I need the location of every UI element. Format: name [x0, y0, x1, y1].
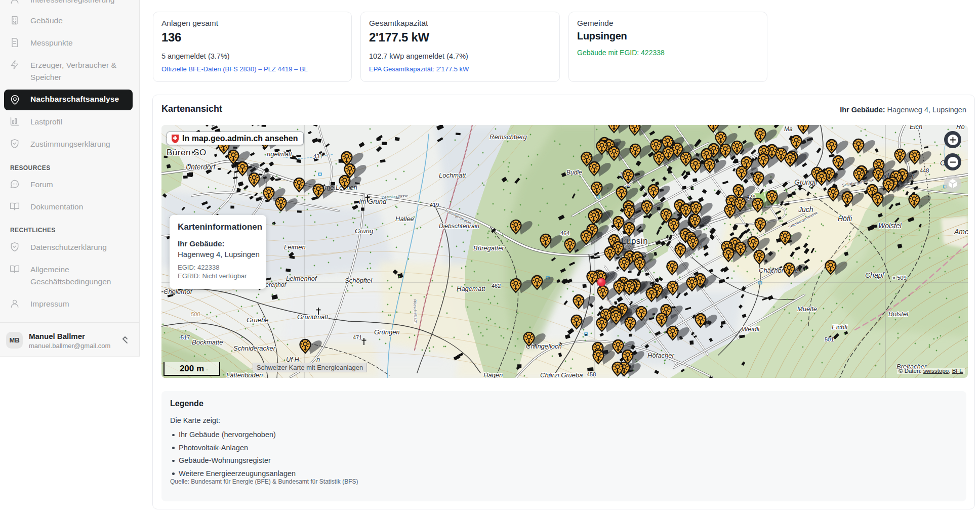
- svg-text:Bockmatte: Bockmatte: [192, 338, 223, 346]
- svg-text:Grüngen: Grüngen: [374, 328, 400, 336]
- svg-text:501: 501: [825, 336, 834, 342]
- svg-text:Wolstel: Wolstel: [878, 222, 902, 230]
- svg-text:Hofacher: Hofacher: [647, 352, 674, 359]
- svg-text:464: 464: [560, 230, 569, 236]
- svg-text:Höfli: Höfli: [838, 214, 852, 223]
- svg-text:Juch: Juch: [798, 205, 813, 213]
- svg-text:× 509: × 509: [892, 275, 907, 281]
- svg-text:517: 517: [181, 334, 190, 340]
- svg-text:Chapf: Chapf: [865, 271, 885, 279]
- svg-text:Hagematt: Hagematt: [457, 285, 486, 292]
- svg-text:Ma: Ma: [784, 125, 793, 133]
- svg-text:ngelmatt: ngelmatt: [267, 150, 293, 158]
- svg-text:Büren SO: Büren SO: [167, 148, 207, 157]
- svg-text:Grung: Grung: [355, 227, 374, 235]
- svg-text:419: 419: [430, 202, 439, 208]
- svg-text:462: 462: [492, 283, 501, 289]
- svg-text:Rüeschelbach: Rüeschelbach: [413, 299, 418, 324]
- svg-text:Eich: Eich: [910, 125, 922, 131]
- svg-text:Ame: Ame: [954, 228, 968, 236]
- svg-text:n: n: [316, 356, 320, 363]
- svg-text:Grüngli: Grüngli: [794, 178, 818, 186]
- svg-text:Diebschtenrain: Diebschtenrain: [439, 223, 479, 230]
- svg-text:Churzi Grueba: Churzi Grueba: [540, 371, 583, 378]
- svg-text:Weidli: Weidli: [742, 325, 760, 333]
- svg-text:Budle: Budle: [566, 169, 582, 176]
- svg-text:Hagen: Hagen: [483, 371, 503, 378]
- svg-text:500: 500: [191, 311, 200, 317]
- svg-text:Grundmatt: Grundmatt: [297, 313, 329, 321]
- svg-text:Bolstel: Bolstel: [888, 310, 909, 318]
- svg-text:Uf H: Uf H: [286, 356, 300, 363]
- svg-text:471: 471: [353, 334, 362, 340]
- svg-text:Cholerhof: Cholerhof: [164, 288, 193, 295]
- svg-text:Büregatter: Büregatter: [473, 244, 504, 252]
- svg-text:Hallee: Hallee: [395, 215, 414, 223]
- svg-text:Eichli: Eichli: [832, 323, 848, 331]
- svg-text:Lochmatt: Lochmatt: [439, 171, 467, 179]
- svg-text:Leimen: Leimen: [284, 243, 306, 251]
- svg-text:431: 431: [313, 153, 322, 159]
- svg-text:Schöpftel: Schöpftel: [345, 277, 373, 284]
- svg-text:Leimenhof: Leimenhof: [286, 275, 317, 282]
- svg-text:Remschberg: Remschberg: [489, 133, 527, 141]
- svg-text:Gruebe: Gruebe: [247, 316, 268, 324]
- svg-text:Ro: Ro: [956, 125, 965, 131]
- svg-text:Schnideracker: Schnideracker: [233, 344, 276, 352]
- svg-text:Muelte: Muelte: [797, 305, 817, 313]
- svg-text:458: 458: [587, 371, 596, 377]
- svg-text:448: 448: [920, 167, 929, 174]
- svg-text:Unterdorf: Unterdorf: [186, 163, 216, 171]
